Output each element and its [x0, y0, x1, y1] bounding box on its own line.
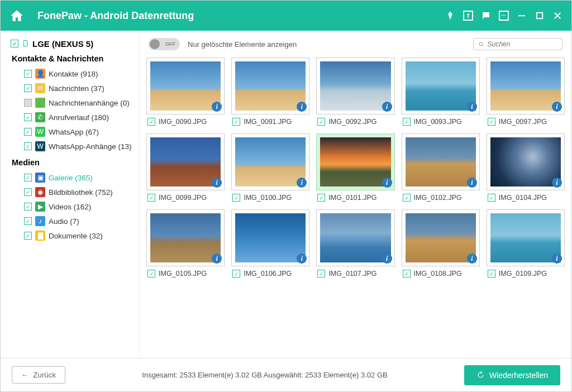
feedback-icon[interactable] [481, 11, 491, 21]
search-box[interactable] [473, 38, 563, 50]
thumbnail-checkbox[interactable]: ✓ [317, 194, 325, 202]
sidebar-item[interactable]: ✓◉Bildbibliothek (752) [11, 185, 139, 199]
thumbnail-checkbox[interactable]: ✓ [147, 270, 155, 278]
info-icon[interactable]: i [467, 102, 477, 112]
item-label: Anrufverlauf (180) [49, 113, 109, 122]
item-checkbox[interactable]: ✓ [24, 174, 32, 181]
thumbnail-image [150, 61, 221, 111]
thumbnail-card[interactable]: i [231, 133, 309, 190]
thumbnail[interactable]: i✓IMG_0108.JPG [402, 209, 480, 278]
thumbnail-caption: ✓IMG_0097.JPG [487, 118, 565, 126]
thumbnail[interactable]: i✓IMG_0091.JPG [231, 58, 309, 126]
info-icon[interactable]: i [552, 254, 562, 264]
thumbnail-card[interactable]: i [487, 209, 565, 266]
thumbnail-checkbox[interactable]: ✓ [317, 270, 325, 278]
item-checkbox[interactable]: ✓ [24, 70, 32, 78]
thumbnail-checkbox[interactable]: ✓ [488, 270, 495, 278]
thumbnail-checkbox[interactable]: ✓ [147, 194, 155, 202]
recover-button[interactable]: Wiederherstellen [464, 365, 560, 385]
thumbnail-checkbox[interactable]: ✓ [403, 118, 411, 126]
thumbnail-card[interactable]: i [146, 133, 225, 190]
sidebar-item[interactable]: ✓▣Galerie (365) [11, 170, 139, 185]
thumbnail-card[interactable]: i [487, 58, 565, 114]
thumbnail-card[interactable]: i [146, 209, 225, 266]
thumbnail[interactable]: i✓IMG_0093.JPG [402, 58, 480, 126]
deleted-only-toggle[interactable]: OFF [149, 38, 180, 50]
thumbnail-card[interactable]: i [402, 209, 480, 266]
sidebar-item[interactable]: ✓WWhatsApp (67) [11, 125, 139, 139]
item-checkbox[interactable]: ✓ [24, 142, 32, 150]
thumbnail-checkbox[interactable]: ✓ [403, 270, 411, 278]
info-icon[interactable]: i [552, 102, 562, 112]
thumbnail-card[interactable]: i [316, 133, 394, 190]
thumbnail-filename: IMG_0097.JPG [499, 118, 547, 126]
thumbnail-card[interactable]: i [316, 209, 394, 266]
item-checkbox[interactable]: ✓ [24, 99, 32, 107]
thumbnail[interactable]: i✓IMG_0099.JPG [146, 133, 225, 202]
info-icon[interactable]: i [382, 102, 392, 112]
back-button[interactable]: ← Zurück [12, 366, 65, 384]
thumbnail[interactable]: i✓IMG_0102.JPG [402, 133, 480, 202]
facebook-icon[interactable]: f [463, 11, 473, 21]
thumbnail-checkbox[interactable]: ✓ [317, 118, 325, 126]
thumbnail-card[interactable]: i [402, 133, 480, 190]
thumbnail[interactable]: i✓IMG_0104.JPG [487, 133, 565, 202]
thumbnail-grid-scroll[interactable]: i✓IMG_0090.JPGi✓IMG_0091.JPGi✓IMG_0092.J… [140, 58, 571, 358]
close-icon[interactable] [552, 11, 563, 21]
item-checkbox[interactable]: ✓ [24, 84, 32, 92]
item-checkbox[interactable]: ✓ [24, 232, 32, 240]
thumbnail-image [320, 61, 390, 111]
item-checkbox[interactable]: ✓ [24, 188, 32, 196]
thumbnail-checkbox[interactable]: ✓ [232, 118, 240, 126]
item-checkbox[interactable]: ✓ [24, 113, 32, 121]
thumbnail[interactable]: i✓IMG_0109.JPG [487, 209, 565, 278]
thumbnail-checkbox[interactable]: ✓ [488, 118, 495, 126]
info-icon[interactable]: i [467, 178, 477, 188]
info-icon[interactable]: i [467, 254, 477, 264]
item-checkbox[interactable]: ✓ [24, 128, 32, 136]
info-icon[interactable]: i [382, 178, 392, 188]
footer: ← Zurück Insgesamt: 2533 Element(e) 3.02… [1, 358, 571, 391]
home-icon[interactable] [9, 8, 24, 23]
maximize-icon[interactable] [535, 11, 545, 21]
minimize-icon[interactable] [517, 11, 527, 21]
device-checkbox[interactable]: ✓ [11, 40, 18, 47]
thumbnail-card[interactable]: i [231, 209, 309, 266]
sidebar-item[interactable]: ✓♪Audio (7) [11, 214, 139, 228]
thumbnail-card[interactable]: i [487, 133, 565, 190]
thumbnail-card[interactable]: i [146, 58, 225, 114]
item-checkbox[interactable]: ✓ [24, 217, 32, 225]
item-label: Kontakte (918) [49, 70, 98, 78]
thumbnail-card[interactable]: i [231, 58, 309, 114]
thumbnail[interactable]: i✓IMG_0101.JPG [316, 133, 394, 202]
sidebar-item[interactable]: ✓✉Nachrichten (37) [11, 81, 139, 95]
thumbnail-checkbox[interactable]: ✓ [232, 194, 240, 202]
thumbnail-checkbox[interactable]: ✓ [403, 194, 411, 202]
info-icon[interactable]: i [552, 178, 562, 188]
thumbnail[interactable]: i✓IMG_0106.JPG [231, 209, 309, 278]
thumbnail-checkbox[interactable]: ✓ [232, 270, 240, 278]
item-checkbox[interactable]: ✓ [24, 203, 32, 211]
sidebar-item[interactable]: ✓✆Anrufverlauf (180) [11, 110, 139, 125]
thumbnail[interactable]: i✓IMG_0097.JPG [487, 58, 565, 126]
thumbnail-card[interactable]: i [402, 58, 480, 114]
thumbnail[interactable]: i✓IMG_0105.JPG [146, 209, 225, 278]
thumbnail[interactable]: i✓IMG_0107.JPG [316, 209, 394, 278]
sidebar-item[interactable]: ✓📎Nachrichtenanhänge (0) [11, 95, 139, 110]
sidebar-item[interactable]: ✓▇Dokumente (32) [11, 228, 139, 243]
thumbnail-card[interactable]: i [316, 58, 394, 114]
sidebar-item[interactable]: ✓▶Videos (162) [11, 199, 139, 214]
thumbnail[interactable]: i✓IMG_0100.JPG [231, 133, 309, 202]
thumbnail[interactable]: i✓IMG_0090.JPG [146, 58, 225, 126]
svg-point-4 [479, 42, 483, 45]
more-icon[interactable]: ⋯ [499, 11, 509, 21]
thumbnail[interactable]: i✓IMG_0092.JPG [316, 58, 394, 126]
thumbnail-checkbox[interactable]: ✓ [488, 194, 495, 202]
device-row[interactable]: ✓ LGE (NEXUS 5) [11, 39, 139, 49]
sidebar-item[interactable]: ✓👤Kontakte (918) [11, 66, 139, 81]
thumbnail-checkbox[interactable]: ✓ [147, 118, 155, 126]
sidebar-item[interactable]: ✓WWhatsApp-Anhänge (13) [11, 139, 139, 154]
info-icon[interactable]: i [382, 254, 392, 264]
diamond-icon[interactable] [445, 11, 455, 21]
search-input[interactable] [487, 40, 557, 48]
